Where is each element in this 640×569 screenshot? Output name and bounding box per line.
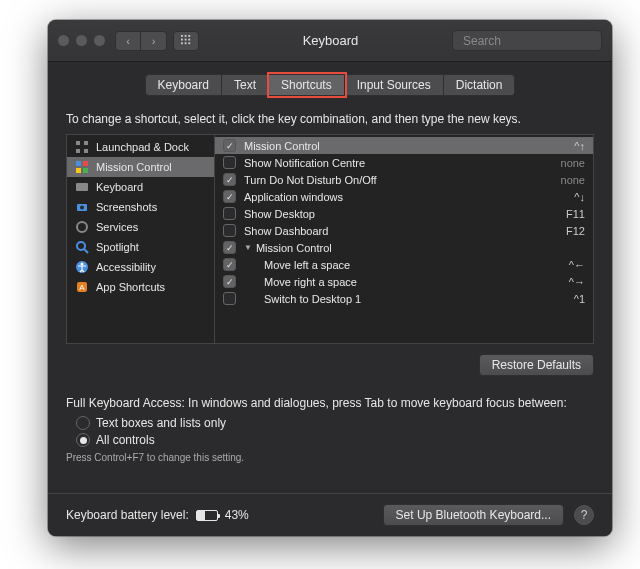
sidebar-item-label: Mission Control xyxy=(96,161,172,173)
checkbox[interactable]: ✓ xyxy=(223,190,236,203)
fka-option-label: Text boxes and lists only xyxy=(96,416,226,430)
checkbox[interactable]: ✓ xyxy=(223,173,236,186)
screenshots-icon xyxy=(75,200,89,214)
panes: Launchpad & DockMission ControlKeyboardS… xyxy=(66,134,594,344)
svg-rect-17 xyxy=(76,168,81,173)
svg-rect-7 xyxy=(184,42,186,44)
battery-label: Keyboard battery level: xyxy=(66,508,189,522)
footer: Keyboard battery level: 43% Set Up Bluet… xyxy=(48,493,612,536)
svg-point-23 xyxy=(77,242,85,250)
disclosure-triangle-icon[interactable]: ▼ xyxy=(244,243,252,252)
forward-button[interactable]: › xyxy=(141,31,167,51)
shortcut-row[interactable]: ✓Application windows^↓ xyxy=(215,188,593,205)
shortcut-row[interactable]: ✓Mission Control^↑ xyxy=(215,137,593,154)
sidebar-item-mission-control[interactable]: Mission Control xyxy=(67,157,214,177)
shortcut-key[interactable]: ^↓ xyxy=(574,191,585,203)
shortcut-row[interactable]: ✓Turn Do Not Disturb On/Offnone xyxy=(215,171,593,188)
tab-dictation[interactable]: Dictation xyxy=(444,74,516,96)
mission-control-icon xyxy=(75,160,89,174)
shortcut-row[interactable]: ✓Move left a space^← xyxy=(215,256,593,273)
fka-option-allcontrols[interactable]: All controls xyxy=(76,433,594,447)
footer-right: Set Up Bluetooth Keyboard... ? xyxy=(383,504,594,526)
launchpad-icon xyxy=(75,140,89,154)
shortcut-key[interactable]: ^→ xyxy=(569,276,585,288)
sidebar-item-label: Services xyxy=(96,221,138,233)
svg-rect-12 xyxy=(84,141,88,145)
sidebar-item-services[interactable]: Services xyxy=(67,217,214,237)
full-keyboard-access: Full Keyboard Access: In windows and dia… xyxy=(66,396,594,463)
shortcut-name: Turn Do Not Disturb On/Off xyxy=(244,174,553,186)
battery-percentage: 43% xyxy=(225,508,249,522)
checkbox[interactable]: ✓ xyxy=(223,275,236,288)
shortcut-key[interactable]: F11 xyxy=(566,208,585,220)
svg-rect-2 xyxy=(188,35,190,37)
battery-icon xyxy=(196,510,218,521)
tab-input-sources[interactable]: Input Sources xyxy=(345,74,444,96)
svg-rect-8 xyxy=(188,42,190,44)
tab-keyboard[interactable]: Keyboard xyxy=(145,74,222,96)
shortcut-key[interactable]: none xyxy=(561,157,585,169)
checkbox[interactable]: ✓ xyxy=(223,241,236,254)
setup-bluetooth-button[interactable]: Set Up Bluetooth Keyboard... xyxy=(383,504,564,526)
checkbox[interactable] xyxy=(223,207,236,220)
shortcut-key[interactable]: ^1 xyxy=(574,293,585,305)
instruction-text: To change a shortcut, select it, click t… xyxy=(66,112,594,126)
shortcut-key[interactable]: ^↑ xyxy=(574,140,585,152)
svg-rect-11 xyxy=(76,141,80,145)
sidebar-item-accessibility[interactable]: Accessibility xyxy=(67,257,214,277)
svg-rect-18 xyxy=(83,168,88,173)
sidebar-item-spotlight[interactable]: Spotlight xyxy=(67,237,214,257)
svg-point-22 xyxy=(77,222,87,232)
tab-shortcuts[interactable]: Shortcuts xyxy=(269,74,345,96)
shortcut-row[interactable]: Show DashboardF12 xyxy=(215,222,593,239)
content: KeyboardTextShortcutsInput SourcesDictat… xyxy=(48,62,612,475)
shortcut-row[interactable]: ✓▼Mission Control xyxy=(215,239,593,256)
sidebar-item-label: Spotlight xyxy=(96,241,139,253)
accessibility-icon xyxy=(75,260,89,274)
back-button[interactable]: ‹ xyxy=(115,31,141,51)
shortcut-key[interactable]: ^← xyxy=(569,259,585,271)
services-icon xyxy=(75,220,89,234)
shortcut-key[interactable]: none xyxy=(561,174,585,186)
grid-icon xyxy=(181,35,192,46)
shortcut-row[interactable]: Switch to Desktop 1^1 xyxy=(215,290,593,307)
svg-rect-14 xyxy=(84,149,88,153)
titlebar: ‹ › Keyboard xyxy=(48,20,612,62)
minimize-icon[interactable] xyxy=(76,35,87,46)
checkbox[interactable]: ✓ xyxy=(223,139,236,152)
sidebar-item-label: Keyboard xyxy=(96,181,143,193)
shortcut-list[interactable]: ✓Mission Control^↑Show Notification Cent… xyxy=(215,135,593,343)
close-icon[interactable] xyxy=(58,35,69,46)
category-sidebar[interactable]: Launchpad & DockMission ControlKeyboardS… xyxy=(67,135,215,343)
help-button[interactable]: ? xyxy=(574,505,594,525)
sidebar-item-launchpad[interactable]: Launchpad & Dock xyxy=(67,137,214,157)
spotlight-icon xyxy=(75,240,89,254)
checkbox[interactable] xyxy=(223,224,236,237)
restore-defaults-button[interactable]: Restore Defaults xyxy=(479,354,594,376)
sidebar-item-app-shortcuts[interactable]: AApp Shortcuts xyxy=(67,277,214,297)
sidebar-item-keyboard[interactable]: Keyboard xyxy=(67,177,214,197)
preferences-window: ‹ › Keyboard KeyboardTextShortcutsInput … xyxy=(48,20,612,536)
fka-title: Full Keyboard Access: In windows and dia… xyxy=(66,396,594,410)
fka-option-textboxes[interactable]: Text boxes and lists only xyxy=(76,416,594,430)
checkbox[interactable] xyxy=(223,292,236,305)
checkbox[interactable]: ✓ xyxy=(223,258,236,271)
shortcut-name: Show Desktop xyxy=(244,208,558,220)
svg-rect-1 xyxy=(184,35,186,37)
sidebar-item-screenshots[interactable]: Screenshots xyxy=(67,197,214,217)
shortcut-row[interactable]: Show Notification Centrenone xyxy=(215,154,593,171)
zoom-icon[interactable] xyxy=(94,35,105,46)
search-input[interactable] xyxy=(463,34,612,48)
tab-text[interactable]: Text xyxy=(222,74,269,96)
keyboard-icon xyxy=(75,180,89,194)
search-field[interactable] xyxy=(452,30,602,51)
svg-rect-4 xyxy=(184,39,186,41)
shortcut-row[interactable]: Show DesktopF11 xyxy=(215,205,593,222)
shortcut-key[interactable]: F12 xyxy=(566,225,585,237)
shortcut-name: Show Notification Centre xyxy=(244,157,553,169)
shortcut-row[interactable]: ✓Move right a space^→ xyxy=(215,273,593,290)
sidebar-item-label: App Shortcuts xyxy=(96,281,165,293)
checkbox[interactable] xyxy=(223,156,236,169)
show-all-button[interactable] xyxy=(173,31,199,51)
shortcut-name: Mission Control xyxy=(244,140,566,152)
